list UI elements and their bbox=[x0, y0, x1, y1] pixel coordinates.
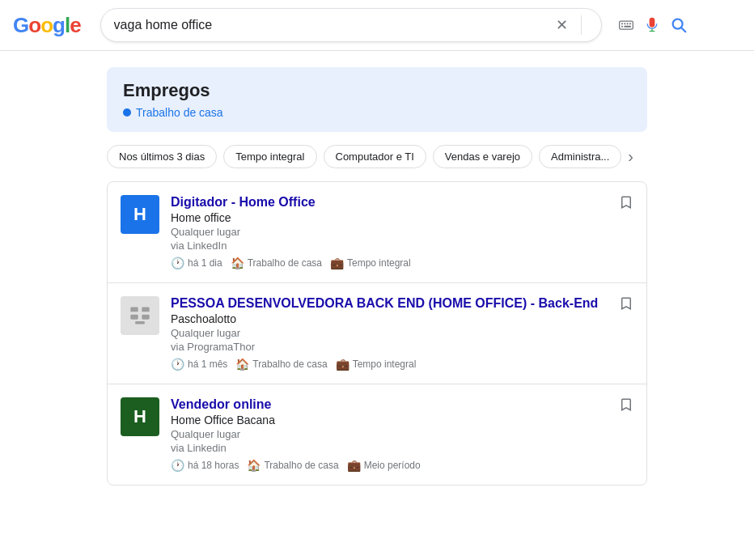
search-input[interactable] bbox=[114, 18, 549, 32]
job-meta-home-1: 🏠 Trabalho de casa bbox=[231, 257, 322, 269]
job-meta-type-1: 💼 Tempo integral bbox=[330, 257, 411, 269]
filter-next-button[interactable]: › bbox=[628, 147, 633, 166]
job-title-1[interactable]: Digitador - Home Office bbox=[171, 195, 608, 210]
job-logo-vendedor: H bbox=[121, 397, 159, 436]
header-icons bbox=[618, 16, 688, 34]
filter-chip-fulltime[interactable]: Tempo integral bbox=[223, 145, 316, 168]
job-via-1: via LinkedIn bbox=[171, 240, 608, 252]
job-company-2: Paschoalotto bbox=[171, 312, 608, 325]
job-meta-type-3: 💼 Meio período bbox=[347, 459, 421, 472]
filter-chip-retail[interactable]: Vendas e varejo bbox=[433, 145, 532, 168]
job-logo-paschoalotto bbox=[121, 296, 159, 335]
house-icon: 🏠 bbox=[231, 257, 244, 269]
job-item-2: PESSOA DESENVOLVEDORA BACK END (HOME OFF… bbox=[108, 283, 646, 384]
svg-rect-12 bbox=[142, 308, 149, 312]
google-logo: Google bbox=[13, 13, 81, 38]
jobs-card: Empregos Trabalho de casa bbox=[107, 67, 647, 132]
job-list: H Digitador - Home Office Home office Qu… bbox=[107, 181, 647, 486]
svg-rect-15 bbox=[135, 321, 145, 325]
job-meta-time-2: 🕐 há 1 mês bbox=[171, 358, 227, 371]
job-item: H Digitador - Home Office Home office Qu… bbox=[108, 182, 646, 283]
job-logo-digitador: H bbox=[121, 195, 159, 234]
bookmark-button-2[interactable] bbox=[619, 296, 633, 315]
job-via-3: via Linkedin bbox=[171, 442, 608, 454]
keyboard-icon-button[interactable] bbox=[618, 17, 634, 33]
job-meta-home-2: 🏠 Trabalho de casa bbox=[235, 358, 327, 371]
job-info-paschoalotto: PESSOA DESENVOLVEDORA BACK END (HOME OFF… bbox=[171, 296, 608, 371]
briefcase-icon: 💼 bbox=[330, 257, 344, 269]
job-meta-3: 🕐 há 18 horas 🏠 Trabalho de casa 💼 Meio … bbox=[171, 459, 608, 472]
job-meta-home-3: 🏠 Trabalho de casa bbox=[247, 459, 338, 472]
briefcase-icon-3: 💼 bbox=[347, 459, 361, 472]
job-meta-1: 🕐 há 1 dia 🏠 Trabalho de casa 💼 Tempo in… bbox=[171, 257, 608, 269]
job-location-2: Qualquer lugar bbox=[171, 327, 608, 339]
bookmark-button-3[interactable] bbox=[619, 397, 633, 416]
filter-chips: Nos últimos 3 dias Tempo integral Comput… bbox=[107, 145, 647, 168]
job-meta-type-2: 💼 Tempo integral bbox=[336, 358, 417, 371]
job-meta-time-3: 🕐 há 18 horas bbox=[171, 459, 239, 472]
blue-dot-icon bbox=[123, 108, 131, 117]
svg-rect-0 bbox=[619, 21, 633, 29]
job-title-3[interactable]: Vendedor online bbox=[171, 397, 608, 412]
job-location-1: Qualquer lugar bbox=[171, 226, 608, 238]
job-info-vendedor: Vendedor online Home Office Bacana Qualq… bbox=[171, 397, 608, 472]
clock-icon-2: 🕐 bbox=[171, 358, 184, 371]
job-via-2: via ProgramaThor bbox=[171, 341, 608, 353]
main-content: Empregos Trabalho de casa Nos últimos 3 … bbox=[94, 51, 660, 502]
job-company-1: Home office bbox=[171, 211, 608, 224]
svg-rect-11 bbox=[130, 308, 138, 312]
header: Google ✕ bbox=[0, 0, 754, 51]
svg-rect-13 bbox=[130, 315, 138, 320]
search-divider bbox=[581, 15, 582, 35]
job-title-2[interactable]: PESSOA DESENVOLVEDORA BACK END (HOME OFF… bbox=[171, 296, 608, 311]
briefcase-icon-2: 💼 bbox=[336, 358, 349, 371]
job-meta-2: 🕐 há 1 mês 🏠 Trabalho de casa 💼 Tempo in… bbox=[171, 358, 608, 371]
job-meta-time-1: 🕐 há 1 dia bbox=[171, 257, 222, 269]
svg-line-10 bbox=[681, 28, 685, 32]
clock-icon: 🕐 bbox=[171, 257, 184, 269]
house-icon-3: 🏠 bbox=[247, 459, 261, 472]
filter-chip-admin[interactable]: Administra... bbox=[539, 145, 621, 168]
job-item-3: H Vendedor online Home Office Bacana Qua… bbox=[108, 384, 646, 485]
svg-rect-14 bbox=[142, 315, 149, 320]
jobs-subtitle-text: Trabalho de casa bbox=[136, 106, 223, 119]
filter-chip-it[interactable]: Computador e TI bbox=[324, 145, 426, 168]
search-icon-button[interactable] bbox=[670, 16, 688, 34]
microphone-icon-button[interactable] bbox=[644, 17, 660, 33]
bookmark-button-1[interactable] bbox=[619, 195, 633, 214]
clear-search-button[interactable]: ✕ bbox=[549, 16, 574, 34]
job-company-3: Home Office Bacana bbox=[171, 414, 608, 426]
jobs-title: Empregos bbox=[123, 80, 631, 101]
jobs-subtitle: Trabalho de casa bbox=[123, 106, 631, 119]
house-icon-2: 🏠 bbox=[235, 358, 249, 371]
job-location-3: Qualquer lugar bbox=[171, 428, 608, 440]
filter-chip-recent[interactable]: Nos últimos 3 dias bbox=[107, 145, 217, 168]
search-bar: ✕ bbox=[100, 8, 602, 42]
clock-icon-3: 🕐 bbox=[171, 459, 184, 472]
job-info-digitador: Digitador - Home Office Home office Qual… bbox=[171, 195, 608, 269]
